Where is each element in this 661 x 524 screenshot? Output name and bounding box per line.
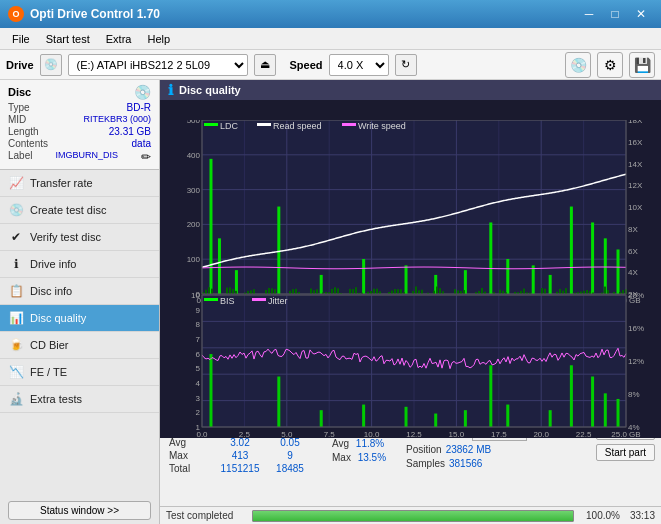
start-part-button[interactable]: Start part bbox=[596, 444, 655, 461]
nav-drive-info-label: Drive info bbox=[30, 258, 76, 270]
total-label: Total bbox=[166, 462, 214, 475]
drivebar: Drive 💿 (E:) ATAPI iHBS212 2 5L09 ⏏ Spee… bbox=[0, 50, 661, 80]
close-button[interactable]: ✕ bbox=[629, 4, 653, 24]
drive-label: Drive bbox=[6, 59, 34, 71]
nav-extra-tests[interactable]: 🔬 Extra tests bbox=[0, 386, 159, 413]
nav-verify-test-disc[interactable]: ✔ Verify test disc bbox=[0, 224, 159, 251]
progress-percent: 100.0% bbox=[580, 510, 620, 521]
nav-create-test-disc-label: Create test disc bbox=[30, 204, 106, 216]
type-value: BD-R bbox=[127, 102, 151, 113]
extra-tests-icon: 🔬 bbox=[8, 391, 24, 407]
content-area: ℹ Disc quality LDC BIS Avg 3.02 0.05 Max bbox=[160, 80, 661, 524]
status-text: Test completed bbox=[166, 510, 246, 521]
drive-icon-button[interactable]: 💿 bbox=[40, 54, 62, 76]
nav-create-test-disc[interactable]: 💿 Create test disc bbox=[0, 197, 159, 224]
cd-bier-icon: 🍺 bbox=[8, 337, 24, 353]
edit-icon: ✏ bbox=[141, 150, 151, 164]
position-label: Position bbox=[406, 444, 442, 455]
window-title: Opti Drive Control 1.70 bbox=[30, 7, 575, 21]
disc-info-icon: 📋 bbox=[8, 283, 24, 299]
nav-disc-info-label: Disc info bbox=[30, 285, 72, 297]
label-label: Label bbox=[8, 150, 32, 164]
nav-fe-te[interactable]: 📉 FE / TE bbox=[0, 359, 159, 386]
progress-bar bbox=[252, 510, 574, 522]
drive-info-icon: ℹ bbox=[8, 256, 24, 272]
nav-extra-tests-label: Extra tests bbox=[30, 393, 82, 405]
jitter-avg-val: 11.8% bbox=[356, 438, 384, 449]
jitter-max-label: Max bbox=[332, 452, 351, 463]
progress-bar-container: Test completed 100.0% 33:13 bbox=[160, 506, 661, 524]
eject-button[interactable]: ⏏ bbox=[254, 54, 276, 76]
disc-info-panel: Disc 💿 Type BD-R MID RITEKBR3 (000) Leng… bbox=[0, 80, 159, 170]
panel-title: Disc quality bbox=[179, 84, 241, 96]
nav-verify-test-disc-label: Verify test disc bbox=[30, 231, 101, 243]
progress-time: 33:13 bbox=[630, 510, 655, 521]
chart-canvas bbox=[160, 120, 661, 438]
nav-transfer-rate-label: Transfer rate bbox=[30, 177, 93, 189]
nav-drive-info[interactable]: ℹ Drive info bbox=[0, 251, 159, 278]
nav-disc-quality[interactable]: 📊 Disc quality bbox=[0, 305, 159, 332]
nav-fe-te-label: FE / TE bbox=[30, 366, 67, 378]
length-value: 23.31 GB bbox=[109, 126, 151, 137]
nav-items: 📈 Transfer rate 💿 Create test disc ✔ Ver… bbox=[0, 170, 159, 413]
status-window-button[interactable]: Status window >> bbox=[8, 501, 151, 520]
disc-panel-title: Disc bbox=[8, 86, 31, 98]
position-val: 23862 MB bbox=[446, 444, 492, 455]
max-label: Max bbox=[166, 449, 214, 462]
sidebar: Disc 💿 Type BD-R MID RITEKBR3 (000) Leng… bbox=[0, 80, 160, 524]
label-value: IMGBURN_DIS bbox=[55, 150, 118, 164]
max-bis: 9 bbox=[266, 449, 314, 462]
type-label: Type bbox=[8, 102, 30, 113]
panel-header: ℹ Disc quality bbox=[160, 80, 661, 100]
length-label: Length bbox=[8, 126, 39, 137]
samples-val: 381566 bbox=[449, 458, 482, 469]
disc-panel-icon: 💿 bbox=[134, 84, 151, 100]
nav-cd-bier-label: CD Bier bbox=[30, 339, 69, 351]
nav-disc-quality-label: Disc quality bbox=[30, 312, 86, 324]
speed-label: Speed bbox=[290, 59, 323, 71]
nav-cd-bier[interactable]: 🍺 CD Bier bbox=[0, 332, 159, 359]
menu-help[interactable]: Help bbox=[139, 31, 178, 47]
total-bis: 18485 bbox=[266, 462, 314, 475]
maximize-button[interactable]: □ bbox=[603, 4, 627, 24]
main-layout: Disc 💿 Type BD-R MID RITEKBR3 (000) Leng… bbox=[0, 80, 661, 524]
contents-label: Contents bbox=[8, 138, 48, 149]
speed-select[interactable]: 4.0 X bbox=[329, 54, 389, 76]
titlebar: O Opti Drive Control 1.70 ─ □ ✕ bbox=[0, 0, 661, 28]
progress-bar-fill bbox=[253, 511, 573, 521]
disc-quality-panel: ℹ Disc quality bbox=[160, 80, 661, 418]
samples-label: Samples bbox=[406, 458, 445, 469]
menu-start-test[interactable]: Start test bbox=[38, 31, 98, 47]
jitter-avg-label: Avg bbox=[332, 438, 349, 449]
app-icon: O bbox=[8, 6, 24, 22]
create-test-disc-icon: 💿 bbox=[8, 202, 24, 218]
disc-quality-icon: 📊 bbox=[8, 310, 24, 326]
jitter-max-val: 13.5% bbox=[358, 452, 386, 463]
mid-label: MID bbox=[8, 114, 26, 125]
refresh-button[interactable]: ↻ bbox=[395, 54, 417, 76]
verify-test-disc-icon: ✔ bbox=[8, 229, 24, 245]
fe-te-icon: 📉 bbox=[8, 364, 24, 380]
total-ldc: 1151215 bbox=[214, 462, 266, 475]
max-ldc: 413 bbox=[214, 449, 266, 462]
menubar: File Start test Extra Help bbox=[0, 28, 661, 50]
disc-button[interactable]: 💿 bbox=[565, 52, 591, 78]
nav-transfer-rate[interactable]: 📈 Transfer rate bbox=[0, 170, 159, 197]
drive-select[interactable]: (E:) ATAPI iHBS212 2 5L09 bbox=[68, 54, 248, 76]
nav-disc-info[interactable]: 📋 Disc info bbox=[0, 278, 159, 305]
transfer-rate-icon: 📈 bbox=[8, 175, 24, 191]
menu-extra[interactable]: Extra bbox=[98, 31, 140, 47]
menu-file[interactable]: File bbox=[4, 31, 38, 47]
settings-button[interactable]: ⚙ bbox=[597, 52, 623, 78]
save-button[interactable]: 💾 bbox=[629, 52, 655, 78]
contents-value: data bbox=[132, 138, 151, 149]
mid-value: RITEKBR3 (000) bbox=[83, 114, 151, 125]
minimize-button[interactable]: ─ bbox=[577, 4, 601, 24]
